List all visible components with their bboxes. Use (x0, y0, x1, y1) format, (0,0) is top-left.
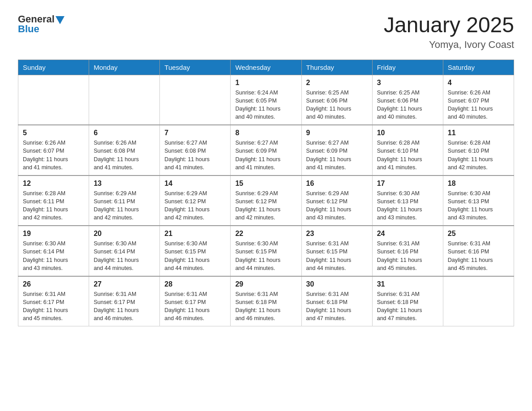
day-number: 21 (164, 230, 226, 238)
calendar-day-cell: 24Sunrise: 6:31 AM Sunset: 6:16 PM Dayli… (372, 226, 443, 276)
day-number: 27 (94, 280, 155, 288)
day-number: 10 (377, 129, 438, 137)
calendar-day-cell: 22Sunrise: 6:30 AM Sunset: 6:15 PM Dayli… (231, 226, 301, 276)
calendar-day-cell (443, 276, 514, 326)
month-title: January 2025 (384, 13, 514, 37)
day-info: Sunrise: 6:31 AM Sunset: 6:17 PM Dayligh… (23, 290, 84, 323)
day-number: 9 (306, 129, 368, 137)
calendar-day-cell: 6Sunrise: 6:26 AM Sunset: 6:08 PM Daylig… (89, 125, 160, 176)
calendar-header-row: SundayMondayTuesdayWednesdayThursdayFrid… (18, 60, 514, 75)
day-number: 23 (306, 230, 368, 238)
calendar-day-cell: 20Sunrise: 6:30 AM Sunset: 6:14 PM Dayli… (89, 226, 160, 276)
calendar-day-cell: 16Sunrise: 6:29 AM Sunset: 6:12 PM Dayli… (301, 176, 372, 226)
day-info: Sunrise: 6:27 AM Sunset: 6:09 PM Dayligh… (235, 139, 296, 171)
calendar-day-cell (89, 75, 160, 125)
day-number: 17 (377, 180, 438, 188)
day-info: Sunrise: 6:26 AM Sunset: 6:07 PM Dayligh… (23, 139, 84, 171)
day-number: 6 (94, 129, 155, 137)
day-number: 13 (94, 180, 155, 188)
calendar-day-cell: 17Sunrise: 6:30 AM Sunset: 6:13 PM Dayli… (372, 176, 443, 226)
calendar-day-cell: 8Sunrise: 6:27 AM Sunset: 6:09 PM Daylig… (231, 125, 301, 176)
calendar-day-cell: 18Sunrise: 6:30 AM Sunset: 6:13 PM Dayli… (443, 176, 514, 226)
logo: General Blue (18, 13, 64, 35)
calendar-day-cell: 29Sunrise: 6:31 AM Sunset: 6:18 PM Dayli… (231, 276, 301, 326)
day-info: Sunrise: 6:27 AM Sunset: 6:09 PM Dayligh… (306, 139, 368, 171)
day-of-week-header: Tuesday (160, 60, 231, 75)
day-number: 18 (448, 180, 509, 188)
calendar-day-cell: 2Sunrise: 6:25 AM Sunset: 6:06 PM Daylig… (301, 75, 372, 125)
calendar-day-cell: 1Sunrise: 6:24 AM Sunset: 6:05 PM Daylig… (231, 75, 301, 125)
day-number: 4 (448, 79, 509, 87)
day-number: 14 (164, 180, 226, 188)
day-info: Sunrise: 6:30 AM Sunset: 6:13 PM Dayligh… (448, 189, 509, 222)
calendar-week-row: 5Sunrise: 6:26 AM Sunset: 6:07 PM Daylig… (18, 125, 514, 176)
day-of-week-header: Sunday (18, 60, 89, 75)
calendar-day-cell: 26Sunrise: 6:31 AM Sunset: 6:17 PM Dayli… (18, 276, 89, 326)
calendar-day-cell: 30Sunrise: 6:31 AM Sunset: 6:18 PM Dayli… (301, 276, 372, 326)
day-number: 22 (235, 230, 296, 238)
day-of-week-header: Wednesday (231, 60, 301, 75)
calendar-day-cell: 23Sunrise: 6:31 AM Sunset: 6:15 PM Dayli… (301, 226, 372, 276)
day-number: 8 (235, 129, 296, 137)
day-of-week-header: Thursday (301, 60, 372, 75)
day-info: Sunrise: 6:31 AM Sunset: 6:17 PM Dayligh… (94, 290, 155, 323)
calendar-day-cell: 28Sunrise: 6:31 AM Sunset: 6:17 PM Dayli… (160, 276, 231, 326)
calendar-day-cell: 19Sunrise: 6:30 AM Sunset: 6:14 PM Dayli… (18, 226, 89, 276)
day-info: Sunrise: 6:30 AM Sunset: 6:14 PM Dayligh… (94, 240, 155, 272)
logo-blue: Blue (18, 23, 64, 35)
day-info: Sunrise: 6:30 AM Sunset: 6:14 PM Dayligh… (23, 240, 84, 272)
calendar-day-cell: 5Sunrise: 6:26 AM Sunset: 6:07 PM Daylig… (18, 125, 89, 176)
day-info: Sunrise: 6:29 AM Sunset: 6:12 PM Dayligh… (164, 189, 226, 222)
day-number: 24 (377, 230, 438, 238)
day-number: 3 (377, 79, 438, 87)
day-number: 2 (306, 79, 368, 87)
title-area: January 2025 Yomya, Ivory Coast (384, 13, 514, 51)
day-number: 5 (23, 129, 84, 137)
day-info: Sunrise: 6:31 AM Sunset: 6:16 PM Dayligh… (448, 240, 509, 272)
day-number: 30 (306, 280, 368, 288)
day-number: 31 (377, 280, 438, 288)
day-of-week-header: Monday (89, 60, 160, 75)
day-info: Sunrise: 6:31 AM Sunset: 6:15 PM Dayligh… (306, 240, 368, 272)
calendar-day-cell: 4Sunrise: 6:26 AM Sunset: 6:07 PM Daylig… (443, 75, 514, 125)
calendar-day-cell: 3Sunrise: 6:25 AM Sunset: 6:06 PM Daylig… (372, 75, 443, 125)
page-header: General Blue January 2025 Yomya, Ivory C… (18, 13, 514, 51)
day-number: 15 (235, 180, 296, 188)
day-number: 12 (23, 180, 84, 188)
day-info: Sunrise: 6:28 AM Sunset: 6:11 PM Dayligh… (23, 189, 84, 222)
day-info: Sunrise: 6:26 AM Sunset: 6:07 PM Dayligh… (448, 89, 509, 121)
calendar-table: SundayMondayTuesdayWednesdayThursdayFrid… (18, 60, 514, 327)
day-info: Sunrise: 6:30 AM Sunset: 6:13 PM Dayligh… (377, 189, 438, 222)
calendar-day-cell: 11Sunrise: 6:28 AM Sunset: 6:10 PM Dayli… (443, 125, 514, 176)
day-number: 1 (235, 79, 296, 87)
calendar-day-cell (160, 75, 231, 125)
calendar-day-cell: 27Sunrise: 6:31 AM Sunset: 6:17 PM Dayli… (89, 276, 160, 326)
day-info: Sunrise: 6:30 AM Sunset: 6:15 PM Dayligh… (164, 240, 226, 272)
day-info: Sunrise: 6:28 AM Sunset: 6:10 PM Dayligh… (377, 139, 438, 171)
day-info: Sunrise: 6:29 AM Sunset: 6:12 PM Dayligh… (306, 189, 368, 222)
day-of-week-header: Friday (372, 60, 443, 75)
day-info: Sunrise: 6:24 AM Sunset: 6:05 PM Dayligh… (235, 89, 296, 121)
day-number: 29 (235, 280, 296, 288)
calendar-week-row: 19Sunrise: 6:30 AM Sunset: 6:14 PM Dayli… (18, 226, 514, 276)
day-number: 25 (448, 230, 509, 238)
day-info: Sunrise: 6:25 AM Sunset: 6:06 PM Dayligh… (377, 89, 438, 121)
day-of-week-header: Saturday (443, 60, 514, 75)
day-info: Sunrise: 6:31 AM Sunset: 6:17 PM Dayligh… (164, 290, 226, 323)
day-info: Sunrise: 6:27 AM Sunset: 6:08 PM Dayligh… (164, 139, 226, 171)
location-subtitle: Yomya, Ivory Coast (384, 39, 514, 51)
calendar-day-cell: 13Sunrise: 6:29 AM Sunset: 6:11 PM Dayli… (89, 176, 160, 226)
day-number: 28 (164, 280, 226, 288)
calendar-day-cell: 12Sunrise: 6:28 AM Sunset: 6:11 PM Dayli… (18, 176, 89, 226)
day-info: Sunrise: 6:31 AM Sunset: 6:18 PM Dayligh… (306, 290, 368, 323)
calendar-week-row: 12Sunrise: 6:28 AM Sunset: 6:11 PM Dayli… (18, 176, 514, 226)
day-info: Sunrise: 6:28 AM Sunset: 6:10 PM Dayligh… (448, 139, 509, 171)
day-number: 20 (94, 230, 155, 238)
day-number: 7 (164, 129, 226, 137)
day-info: Sunrise: 6:25 AM Sunset: 6:06 PM Dayligh… (306, 89, 368, 121)
day-number: 16 (306, 180, 368, 188)
day-info: Sunrise: 6:31 AM Sunset: 6:18 PM Dayligh… (377, 290, 438, 323)
day-info: Sunrise: 6:31 AM Sunset: 6:18 PM Dayligh… (235, 290, 296, 323)
day-info: Sunrise: 6:31 AM Sunset: 6:16 PM Dayligh… (377, 240, 438, 272)
day-info: Sunrise: 6:29 AM Sunset: 6:12 PM Dayligh… (235, 189, 296, 222)
